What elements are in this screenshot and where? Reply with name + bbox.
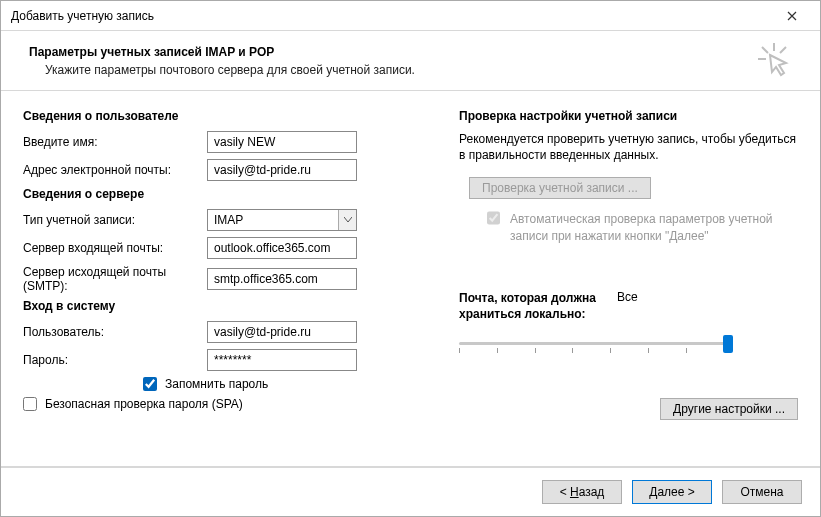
mail-keep-slider[interactable] [459, 332, 729, 356]
spa-label: Безопасная проверка пароля (SPA) [45, 397, 243, 411]
close-icon [787, 11, 797, 21]
username-input[interactable] [207, 321, 357, 343]
test-description: Рекомендуется проверить учетную запись, … [459, 131, 798, 163]
window-title: Добавить учетную запись [11, 9, 154, 23]
outgoing-label: Сервер исходящей почты (SMTP): [23, 265, 207, 293]
header-subtitle: Укажите параметры почтового сервера для … [45, 63, 415, 77]
add-account-window: Добавить учетную запись Параметры учетны… [0, 0, 821, 517]
server-section-title: Сведения о сервере [23, 187, 423, 201]
incoming-server-input[interactable] [207, 237, 357, 259]
account-type-value: IMAP [208, 213, 338, 227]
content-area: Сведения о пользователе Введите имя: Адр… [1, 91, 820, 466]
svg-line-1 [780, 47, 786, 53]
wizard-footer: < Назад Далее > Отмена [1, 467, 820, 516]
outgoing-server-input[interactable] [207, 268, 357, 290]
mail-keep-label: Почта, которая должна храниться локально… [459, 290, 599, 322]
mail-keep-value: Все [617, 290, 638, 322]
password-input[interactable] [207, 349, 357, 371]
header-title: Параметры учетных записей IMAP и POP [29, 45, 415, 59]
remember-password-checkbox[interactable] [143, 377, 157, 391]
chevron-down-icon [338, 210, 356, 230]
test-account-button[interactable]: Проверка учетной записи ... [469, 177, 651, 199]
svg-line-2 [762, 47, 768, 53]
email-input[interactable] [207, 159, 357, 181]
name-label: Введите имя: [23, 135, 207, 149]
password-label: Пароль: [23, 353, 207, 367]
titlebar: Добавить учетную запись [1, 1, 820, 31]
account-type-label: Тип учетной записи: [23, 213, 207, 227]
account-type-select[interactable]: IMAP [207, 209, 357, 231]
name-input[interactable] [207, 131, 357, 153]
login-section-title: Вход в систему [23, 299, 423, 313]
wizard-header: Параметры учетных записей IMAP и POP Ука… [1, 31, 820, 90]
cursor-click-icon [756, 41, 792, 80]
more-settings-button[interactable]: Другие настройки ... [660, 398, 798, 420]
close-button[interactable] [772, 2, 812, 30]
slider-track [459, 342, 729, 345]
email-label: Адрес электронной почты: [23, 163, 207, 177]
next-button[interactable]: Далее > [632, 480, 712, 504]
auto-test-label: Автоматическая проверка параметров учетн… [510, 211, 798, 243]
spa-checkbox[interactable] [23, 397, 37, 411]
remember-password-label: Запомнить пароль [165, 377, 268, 391]
auto-test-checkbox[interactable] [487, 211, 500, 225]
slider-thumb[interactable] [723, 335, 733, 353]
user-section-title: Сведения о пользователе [23, 109, 423, 123]
incoming-label: Сервер входящей почты: [23, 241, 207, 255]
test-section-title: Проверка настройки учетной записи [459, 109, 798, 123]
back-button[interactable]: < Назад [542, 480, 622, 504]
left-column: Сведения о пользователе Введите имя: Адр… [23, 105, 423, 460]
right-column: Проверка настройки учетной записи Рекоме… [453, 105, 798, 460]
username-label: Пользователь: [23, 325, 207, 339]
cancel-button[interactable]: Отмена [722, 480, 802, 504]
